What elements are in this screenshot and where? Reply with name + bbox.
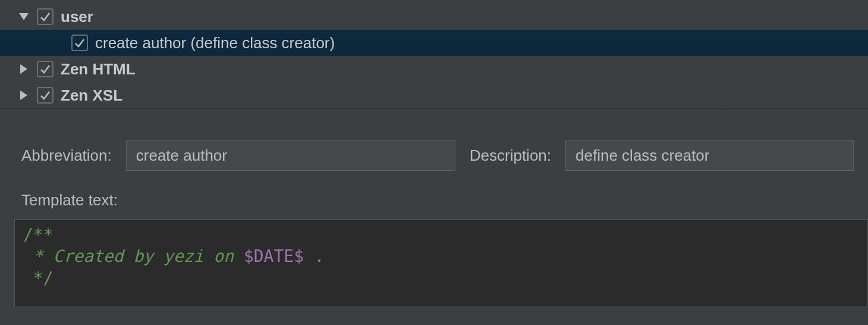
templates-tree: user create author (define class creator…: [0, 0, 868, 109]
svg-marker-2: [20, 90, 27, 100]
svg-marker-1: [20, 64, 27, 74]
tree-item-create-author[interactable]: create author (define class creator): [0, 30, 868, 56]
disclosure-right-icon[interactable]: [18, 89, 30, 101]
form-row-main: Abbreviation: Description:: [21, 140, 854, 171]
template-form: Abbreviation: Description: Template text…: [0, 120, 868, 307]
code-line: * Created by yezi on: [23, 246, 244, 266]
tree-item-label: Zen XSL: [61, 86, 122, 105]
checkbox[interactable]: [37, 8, 54, 25]
code-variable: $DATE$: [244, 246, 304, 266]
abbreviation-label: Abbreviation:: [21, 146, 112, 165]
tree-item-zen-html[interactable]: Zen HTML: [18, 56, 868, 82]
description-input[interactable]: [565, 140, 854, 171]
code-line: .: [304, 246, 324, 266]
code-line: /**: [23, 225, 54, 245]
tree-item-user[interactable]: user: [18, 4, 868, 30]
disclosure-down-icon[interactable]: [18, 11, 30, 23]
tree-item-label: Zen HTML: [61, 60, 136, 79]
checkbox[interactable]: [37, 87, 54, 104]
disclosure-right-icon[interactable]: [18, 63, 30, 75]
template-text-editor[interactable]: /** * Created by yezi on $DATE$ . */: [14, 219, 868, 307]
tree-item-zen-xsl[interactable]: Zen XSL: [18, 82, 868, 108]
checkbox[interactable]: [71, 35, 88, 51]
code-line: */: [23, 268, 54, 288]
svg-marker-0: [19, 13, 29, 20]
description-label: Description:: [470, 146, 551, 165]
template-text-label: Template text:: [21, 191, 854, 210]
splitter-handle-icon[interactable]: ::::::: [0, 109, 868, 120]
tree-item-label: user: [61, 8, 93, 26]
tree-item-label: create author (define class creator): [95, 34, 335, 52]
checkbox[interactable]: [37, 61, 54, 77]
abbreviation-input[interactable]: [126, 140, 455, 171]
